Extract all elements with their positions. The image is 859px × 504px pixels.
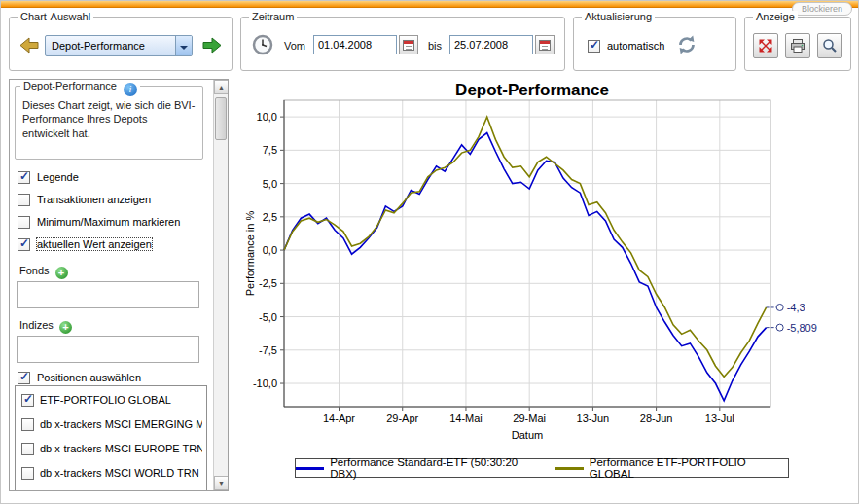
- minmax-label: Minimum/Maximum markieren: [37, 216, 180, 228]
- indizes-label: Indizes: [19, 319, 54, 331]
- automatisch-option[interactable]: automatisch: [588, 38, 664, 54]
- date-to-calendar-button[interactable]: [535, 35, 555, 54]
- svg-text:Datum: Datum: [512, 429, 543, 441]
- arrow-right-icon: [200, 34, 224, 57]
- sidebar-scrollbar[interactable]: ▲ ▼: [213, 80, 228, 490]
- svg-text:29-Apr: 29-Apr: [386, 413, 418, 424]
- option-aktueller-wert[interactable]: aktuellen Wert anzeigen: [18, 236, 152, 252]
- fullscreen-button[interactable]: [753, 33, 778, 58]
- legend-swatch-portfolio-global: [555, 467, 584, 470]
- svg-text:13-Jul: 13-Jul: [705, 413, 734, 424]
- date-from-calendar-button[interactable]: [399, 35, 418, 54]
- add-fonds-icon[interactable]: [55, 267, 68, 279]
- positionen-label: Positionen auswählen: [37, 372, 141, 383]
- position-item[interactable]: ETF-PORTFOLIO GLOBAL: [21, 392, 202, 408]
- refresh-button[interactable]: [673, 32, 700, 59]
- svg-text:0,0: 0,0: [263, 244, 277, 256]
- fonds-row: Fonds: [19, 265, 68, 279]
- option-minmax[interactable]: Minimum/Maximum markieren: [18, 214, 180, 230]
- top-accent-bar: [1, 1, 858, 8]
- aktueller-wert-checkbox[interactable]: [18, 238, 30, 251]
- scrollbar-thumb[interactable]: [215, 97, 227, 140]
- svg-text:2,5: 2,5: [263, 211, 277, 223]
- fonds-listbox[interactable]: [17, 281, 199, 308]
- positionen-checkbox[interactable]: [18, 372, 30, 384]
- vom-label: Vom: [284, 40, 305, 52]
- svg-text:-4,3: -4,3: [787, 302, 805, 313]
- magnifier-icon: [822, 38, 838, 54]
- performance-chart: 10,07,55,02,50,0-2,5-5,0-7,5-10,014-Apr2…: [240, 90, 824, 460]
- aktueller-wert-label: aktuellen Wert anzeigen: [37, 238, 152, 250]
- position-checkbox[interactable]: [21, 467, 34, 480]
- print-button[interactable]: [785, 33, 810, 58]
- calendar-icon: [539, 40, 551, 51]
- group-label-anzeige: Anzeige: [753, 11, 798, 22]
- info-icon[interactable]: [124, 83, 137, 96]
- option-legende[interactable]: Legende: [18, 169, 79, 185]
- position-item[interactable]: db x-trackers MSCI EUROPE TRN IN: [21, 441, 202, 456]
- positions-listbox: ETF-PORTFOLIO GLOBAL db x-trackers MSCI …: [15, 385, 207, 491]
- group-label-zeitraum: Zeitraum: [249, 11, 297, 22]
- legende-checkbox[interactable]: [18, 171, 30, 184]
- chevron-down-icon: [175, 36, 192, 55]
- svg-text:14-Mai: 14-Mai: [449, 413, 483, 424]
- position-item[interactable]: db x-trackers MSCI EMERGING MAR: [21, 416, 202, 432]
- sidebar-panel: Depot-Performance Dieses Chart zeigt, wi…: [9, 79, 229, 491]
- transaktionen-checkbox[interactable]: [18, 194, 30, 206]
- svg-text:13-Jun: 13-Jun: [577, 413, 610, 424]
- position-label: db x-trackers MSCI WORLD TRN IN: [40, 467, 202, 479]
- group-label-chart-auswahl: Chart-Auswahl: [18, 11, 93, 22]
- sidebar-header: Depot-Performance: [20, 80, 140, 96]
- add-indizes-icon[interactable]: [59, 321, 72, 334]
- svg-text:10,0: 10,0: [257, 111, 277, 123]
- svg-text:-10,0: -10,0: [253, 378, 277, 389]
- group-aktualisierung: Aktualisierung automatisch: [573, 17, 736, 71]
- group-anzeige: Anzeige: [744, 17, 851, 71]
- svg-text:-5,809: -5,809: [787, 322, 817, 334]
- fonds-label: Fonds: [19, 265, 50, 276]
- automatisch-checkbox[interactable]: [588, 40, 600, 53]
- position-label: ETF-PORTFOLIO GLOBAL: [40, 394, 171, 406]
- position-checkbox[interactable]: [21, 443, 34, 455]
- arrow-left-icon: [18, 34, 41, 57]
- svg-text:5,0: 5,0: [263, 178, 277, 190]
- indizes-row: Indizes: [19, 319, 72, 334]
- refresh-icon: [674, 32, 699, 57]
- group-zeitraum: Zeitraum Vom bis: [240, 17, 565, 71]
- chart-type-dropdown[interactable]: Depot-Performance: [45, 35, 193, 56]
- svg-text:-7,5: -7,5: [259, 344, 277, 356]
- legende-label: Legende: [37, 171, 79, 183]
- date-from-input[interactable]: [313, 35, 397, 54]
- minmax-checkbox[interactable]: [18, 216, 30, 229]
- svg-text:14-Apr: 14-Apr: [323, 413, 355, 424]
- option-positionen[interactable]: Positionen auswählen: [18, 370, 141, 385]
- svg-text:7,5: 7,5: [263, 144, 277, 156]
- scroll-up-button[interactable]: ▲: [214, 80, 229, 94]
- automatisch-label: automatisch: [607, 40, 664, 52]
- position-label: db x-trackers MSCI EUROPE TRN IN: [40, 443, 202, 454]
- previous-chart-button[interactable]: [18, 34, 41, 57]
- position-checkbox[interactable]: [21, 394, 34, 407]
- next-chart-button[interactable]: [200, 34, 224, 57]
- position-checkbox[interactable]: [21, 418, 34, 431]
- indizes-listbox[interactable]: [17, 336, 199, 363]
- svg-text:29-Mai: 29-Mai: [513, 413, 546, 424]
- chart-description-box: Depot-Performance Dieses Chart zeigt, wi…: [15, 86, 203, 160]
- option-transaktionen[interactable]: Transaktionen anzeigen: [18, 192, 151, 207]
- legend-label-portfolio-global: Performance ETF-PORTFOLIO GLOBAL: [590, 456, 788, 480]
- svg-text:28-Jun: 28-Jun: [640, 413, 673, 424]
- zoom-button[interactable]: [817, 33, 842, 58]
- blockieren-button[interactable]: Blockieren: [792, 2, 852, 16]
- clock-icon: [251, 33, 274, 56]
- scroll-down-button[interactable]: ▼: [214, 476, 229, 490]
- svg-text:Performance in %: Performance in %: [244, 211, 256, 297]
- svg-text:-2,5: -2,5: [259, 277, 277, 289]
- group-chart-auswahl: Chart-Auswahl Depot-Performance: [9, 17, 233, 71]
- position-label: db x-trackers MSCI EMERGING MAR: [40, 418, 202, 430]
- position-item[interactable]: db x-trackers MSCI WORLD TRN IN: [21, 465, 202, 481]
- group-label-aktualisierung: Aktualisierung: [582, 11, 655, 22]
- chart-legend: Performance Standard-ETF (50:30:20 DBX) …: [295, 458, 789, 478]
- sidebar-title: Depot-Performance: [23, 80, 117, 91]
- svg-text:-5,0: -5,0: [259, 311, 277, 323]
- date-to-input[interactable]: [449, 35, 533, 54]
